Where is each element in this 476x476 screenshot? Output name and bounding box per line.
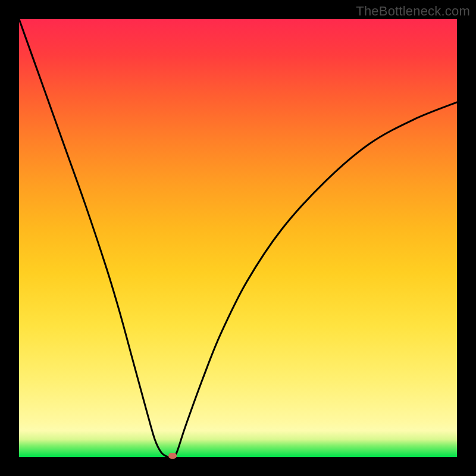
watermark: TheBottleneck.com [356,4,470,19]
plot-area [19,19,457,457]
minimum-marker [168,453,177,459]
chart-curve [19,19,457,457]
